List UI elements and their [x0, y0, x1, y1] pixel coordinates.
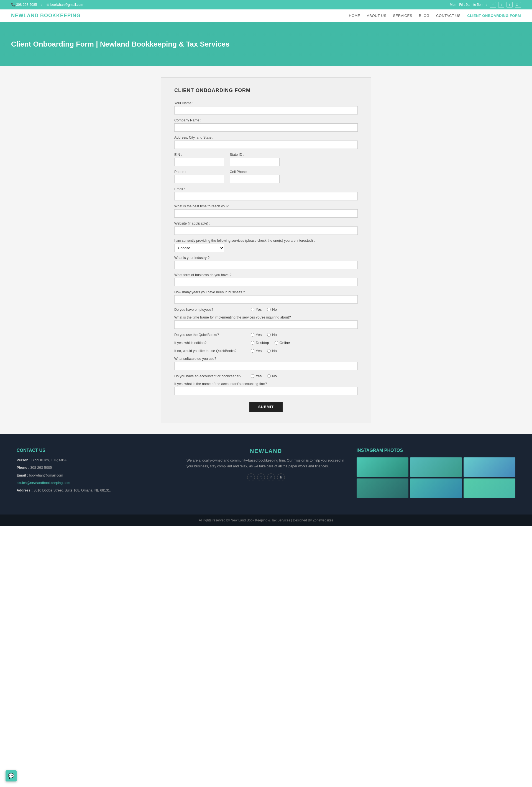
main-content: CLIENT ONBOARDING FORM Your Name : Compa… [0, 66, 532, 434]
employees-no-radio[interactable] [267, 308, 271, 311]
quickbooks-row: Do you use the QuickBooks? Yes No [174, 333, 358, 337]
software-label: What software do you use? [174, 357, 358, 361]
instagram-photo-2[interactable] [410, 458, 462, 477]
learn-qb-yes-label: Yes [256, 349, 262, 353]
quickbooks-label: Do you use the QuickBooks? [174, 333, 246, 337]
years-input[interactable] [174, 295, 358, 303]
footer-about-section: NEWLAND We are a locally-owned and commu… [186, 448, 345, 498]
accounting-firm-group: If yes, what is the name of the accounta… [174, 382, 358, 395]
nav-services[interactable]: SERVICES [393, 14, 412, 18]
employees-yes-radio[interactable] [251, 308, 254, 311]
best-time-group: What is the best time to reach you? [174, 204, 358, 218]
employees-radio-group: Yes No [251, 307, 277, 312]
ein-input[interactable] [174, 158, 224, 166]
accountant-no-radio[interactable] [267, 374, 271, 378]
ein-label: EIN : [174, 153, 224, 157]
quickbooks-yes-radio[interactable] [251, 333, 254, 337]
footer-person: Person : Biool Kulch, CTP, MBA [17, 458, 175, 463]
software-input[interactable] [174, 362, 358, 370]
online-radio[interactable] [274, 341, 278, 345]
footer-address: Address : 3610 Dodge Street, Suite 108, … [17, 488, 175, 493]
edition-radio-group: Desktop Online [251, 341, 290, 345]
website-label: Website (if applicable) : [174, 221, 358, 226]
logo[interactable]: NEWLAND BOOKKEEPING [11, 13, 81, 19]
accountant-radio-group: Yes No [251, 374, 277, 378]
best-time-input[interactable] [174, 209, 358, 218]
footer-phone: Phone : 308-293-5085 [17, 465, 175, 471]
footer-email-link[interactable]: bkulch@newlandbookkeeping.com [17, 481, 70, 485]
company-name-input[interactable] [174, 123, 358, 132]
learn-qb-yes-radio[interactable] [251, 349, 254, 353]
accountant-no-label: No [272, 374, 277, 378]
services-select[interactable]: Choose... [174, 244, 224, 252]
your-name-input[interactable] [174, 106, 358, 114]
instagram-grid [357, 458, 515, 498]
website-group: Website (if applicable) : [174, 221, 358, 235]
email-group: Email : [174, 187, 358, 200]
instagram-icon[interactable]: i [507, 2, 513, 8]
quickbooks-yes-option: Yes [251, 333, 262, 337]
instagram-photo-3[interactable] [464, 458, 515, 477]
footer-social-icons: f t in li [186, 473, 345, 481]
desktop-radio[interactable] [251, 341, 254, 345]
accountant-yes-label: Yes [256, 374, 262, 378]
onboarding-form-card: CLIENT ONBOARDING FORM Your Name : Compa… [161, 77, 371, 423]
learn-qb-no-radio[interactable] [267, 349, 271, 353]
submit-button[interactable]: SUBMIT [249, 402, 283, 412]
ein-group: EIN : [174, 153, 224, 166]
learn-quickbooks-row: If no, would you like to use QuickBooks?… [174, 349, 358, 353]
google-plus-icon[interactable]: G+ [515, 2, 521, 8]
footer-facebook-icon[interactable]: f [247, 473, 255, 481]
industry-input[interactable] [174, 261, 358, 269]
phone-cellphone-row: Phone : Cell Phone : [174, 170, 358, 187]
logo-main: NEWLAND [11, 13, 40, 18]
phone-input[interactable] [174, 175, 224, 183]
nav-blog[interactable]: BLOG [419, 14, 429, 18]
instagram-photo-4[interactable] [357, 478, 408, 498]
header: NEWLAND BOOKKEEPING HOME ABOUT US SERVIC… [0, 9, 532, 22]
social-icons: f t i G+ [490, 2, 521, 8]
email-contact: ✉ boolwhan@gmail.com [47, 3, 83, 7]
services-group: I am currently providing the following s… [174, 239, 358, 252]
footer-email: Email : boolwhan@gmail.com [17, 473, 175, 478]
address-input[interactable] [174, 141, 358, 149]
instagram-photo-6[interactable] [464, 478, 515, 498]
instagram-photo-5[interactable] [410, 478, 462, 498]
business-form-label: What form of business do you have ? [174, 273, 358, 277]
accounting-firm-input[interactable] [174, 387, 358, 395]
learn-quickbooks-label: If no, would you like to use QuickBooks? [174, 349, 246, 353]
your-name-group: Your Name : [174, 101, 358, 114]
email-input[interactable] [174, 192, 358, 200]
footer-instagram-section: INSTAGRAM PHOTOS [357, 448, 515, 498]
footer-instagram-icon[interactable]: in [267, 473, 275, 481]
accountant-row: Do you have an accountant or bookkeeper?… [174, 374, 358, 378]
cell-phone-label: Cell Phone : [230, 170, 280, 174]
nav-home[interactable]: HOME [349, 14, 360, 18]
footer-instagram-title: INSTAGRAM PHOTOS [357, 448, 515, 453]
twitter-icon[interactable]: t [498, 2, 504, 8]
facebook-icon[interactable]: f [490, 2, 496, 8]
website-input[interactable] [174, 227, 358, 235]
nav-contact[interactable]: CONTACT US [436, 14, 461, 18]
nav-about[interactable]: ABOUT US [367, 14, 386, 18]
phone-icon: 📞 [11, 3, 15, 7]
timeframe-input[interactable] [174, 320, 358, 329]
accountant-yes-radio[interactable] [251, 374, 254, 378]
accountant-label: Do you have an accountant or bookkeeper? [174, 374, 246, 378]
footer-twitter-icon[interactable]: t [257, 473, 265, 481]
business-form-input[interactable] [174, 278, 358, 286]
phone-contact: 📞 308-293-5085 [11, 3, 37, 7]
cell-phone-group: Cell Phone : [230, 170, 280, 183]
quickbooks-no-radio[interactable] [267, 333, 271, 337]
instagram-photo-1[interactable] [357, 458, 408, 477]
employees-yes-option: Yes [251, 307, 262, 312]
employees-row: Do you have employees? Yes No [174, 307, 358, 312]
state-id-input[interactable] [230, 158, 280, 166]
nav-onboarding[interactable]: CLIENT ONBOARDING FORM [467, 14, 521, 18]
edition-label: If yes, which edition? [174, 341, 246, 345]
cell-phone-input[interactable] [230, 175, 280, 183]
email-label: Email : [174, 187, 358, 191]
quickbooks-no-label: No [272, 333, 277, 337]
footer-linkedin-icon[interactable]: li [277, 473, 285, 481]
desktop-label: Desktop [256, 341, 269, 345]
